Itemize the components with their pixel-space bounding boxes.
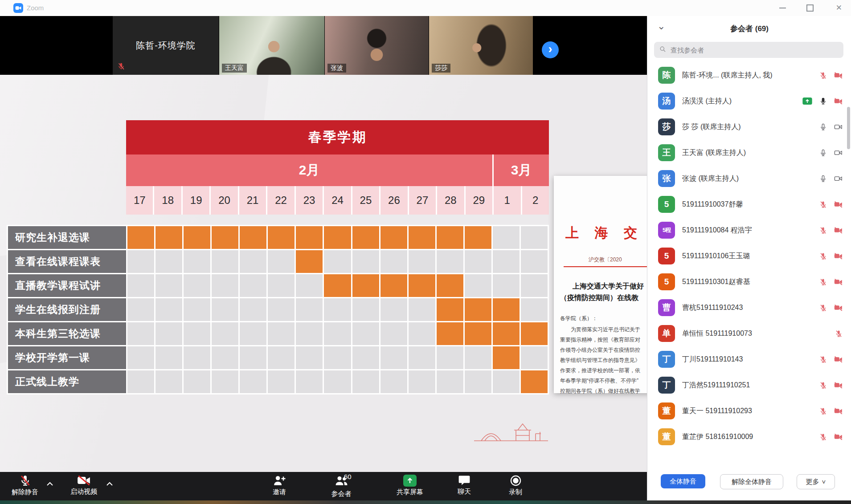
gantt-empty-cell <box>296 298 323 321</box>
gantt-empty-cell <box>184 298 210 321</box>
invite-button[interactable]: 邀请 <box>264 475 295 496</box>
start-video-button[interactable]: 启动视频 <box>63 475 104 496</box>
gantt-empty-cell <box>437 346 463 369</box>
official-document-preview: 上 海 交 沪交教〔2020 上海交通大学关于做好 （疫情防控期间）在线教 各学… <box>554 176 647 393</box>
gantt-active-cell <box>268 226 295 249</box>
search-input[interactable] <box>670 46 805 54</box>
gantt-date-cell: 22 <box>267 186 294 215</box>
camera-off-icon <box>77 475 90 486</box>
participant-row[interactable]: 莎莎 莎 (联席主持人) <box>647 114 851 140</box>
gantt-row-label: 直播教学课程试讲 <box>8 274 126 297</box>
participant-status-icons <box>802 98 843 105</box>
gantt-empty-cell <box>521 346 548 369</box>
unmute-all-button[interactable]: 解除全体静音 <box>720 474 783 489</box>
video-tile[interactable]: 莎莎 <box>429 16 533 75</box>
mic-icon <box>819 123 827 131</box>
avatar: 5 <box>658 273 675 290</box>
participants-button[interactable]: 60 参会者 <box>323 475 359 498</box>
participant-name-label: 王天富 <box>222 64 247 73</box>
video-tile[interactable]: 张波 <box>325 16 429 75</box>
mute-all-button[interactable]: 全体静音 <box>661 474 705 488</box>
participant-name-label: 陈哲-环境学院 <box>136 40 196 52</box>
gantt-empty-cell <box>437 250 463 273</box>
chat-button[interactable]: 聊天 <box>451 475 478 496</box>
close-button[interactable]: ✕ <box>836 3 842 12</box>
gantt-active-cell <box>465 298 491 321</box>
gantt-date-cell: 1 <box>494 186 520 215</box>
participant-row[interactable]: 丁丁川519111910143 <box>647 346 851 372</box>
mic-options-chevron[interactable] <box>46 480 53 488</box>
video-tile[interactable]: 王天富 <box>219 16 324 75</box>
gantt-empty-cell <box>409 322 435 345</box>
participant-row[interactable]: 丁丁浩然519111910251 <box>647 372 851 398</box>
camera-off-icon <box>834 407 843 415</box>
camera-off-icon <box>834 304 843 311</box>
gantt-empty-cell <box>296 322 323 345</box>
participant-name: 汤淏淏 (主持人) <box>682 97 799 106</box>
gantt-active-cell <box>296 226 323 249</box>
gantt-active-cell <box>324 274 351 297</box>
gantt-empty-cell <box>240 346 266 369</box>
gantt-active-cell <box>127 226 154 249</box>
participant-status-icons <box>819 304 843 312</box>
doc-body-line: 教学组织与管理工作的指导意见》 <box>560 355 647 366</box>
participant-row[interactable]: 陈陈哲-环境... (联席主持人, 我) <box>647 62 851 88</box>
gantt-empty-cell <box>155 298 182 321</box>
participant-row[interactable]: 5519111910106王玉璐 <box>647 243 851 269</box>
gantt-empty-cell <box>380 298 407 321</box>
doc-title-line2: （疫情防控期间）在线教 <box>560 293 638 303</box>
more-button[interactable]: 更多 ˅ <box>797 474 835 489</box>
participant-name: 莎 莎 (联席主持人) <box>682 122 816 132</box>
next-videos-button[interactable]: › <box>542 41 559 58</box>
video-tile-named[interactable]: 陈哲-环境学院 <box>113 16 219 75</box>
record-button[interactable]: 录制 <box>502 475 529 496</box>
scrollbar-thumb[interactable] <box>847 107 850 149</box>
participant-row[interactable]: 曹曹杭519111910243 <box>647 295 851 321</box>
doc-body-line: 为贯彻落实习近平总书记关于 <box>560 325 647 335</box>
gantt-empty-cell <box>212 322 238 345</box>
participant-row[interactable]: 5程519111910084 程浩宇 <box>647 217 851 243</box>
mic-muted-icon <box>819 407 827 415</box>
gantt-row-label: 本科生第三轮选课 <box>8 322 126 345</box>
gantt-title: 春季学期 <box>126 120 549 154</box>
camera-icon <box>834 123 843 130</box>
gantt-empty-cell <box>155 322 182 345</box>
mic-muted-icon <box>819 278 827 286</box>
video-options-chevron[interactable] <box>106 480 113 488</box>
camera-off-icon <box>834 356 843 363</box>
participant-row[interactable]: 张张波 (联席主持人) <box>647 166 851 191</box>
maximize-button[interactable] <box>806 4 814 12</box>
record-icon <box>510 475 522 487</box>
mic-icon <box>819 98 827 105</box>
gantt-empty-cell <box>268 346 295 369</box>
gantt-empty-cell <box>521 298 548 321</box>
gantt-empty-cell <box>212 298 238 321</box>
gantt-empty-cell <box>268 250 295 273</box>
unmute-button[interactable]: 解除静音 <box>4 475 45 496</box>
participant-row[interactable]: 5519111910037舒馨 <box>647 191 851 217</box>
participant-row[interactable]: 董董芷伊 518161910009 <box>647 424 851 450</box>
gantt-active-cell <box>240 226 266 249</box>
participant-search-box[interactable] <box>654 42 843 58</box>
gantt-empty-cell <box>380 346 407 369</box>
doc-body-line: 重要指示精神，按照《教育部应对 <box>560 335 647 345</box>
share-screen-button[interactable]: 共享屏幕 <box>389 475 430 496</box>
participant-row[interactable]: 单单恒恒 519111910073 <box>647 321 851 346</box>
participant-row[interactable]: 5519111910301赵睿基 <box>647 269 851 295</box>
gantt-active-cell <box>437 322 463 345</box>
invite-person-icon <box>273 475 286 487</box>
participant-row[interactable]: 王王天富 (联席主持人) <box>647 140 851 166</box>
participant-row[interactable]: 汤汤淏淏 (主持人) <box>647 88 851 114</box>
gantt-empty-cell <box>268 370 295 393</box>
mic-muted-icon <box>819 72 827 79</box>
mic-muted-icon <box>19 475 31 487</box>
gantt-empty-cell <box>409 298 435 321</box>
camera-off-icon <box>834 227 843 234</box>
gantt-active-cell <box>380 226 407 249</box>
gantt-empty-cell <box>127 298 154 321</box>
camera-off-icon <box>834 201 843 208</box>
gantt-active-cell <box>521 370 548 393</box>
gantt-empty-cell <box>465 250 491 273</box>
participant-row[interactable]: 董董天一 519111910293 <box>647 398 851 424</box>
minimize-button[interactable] <box>779 8 786 8</box>
